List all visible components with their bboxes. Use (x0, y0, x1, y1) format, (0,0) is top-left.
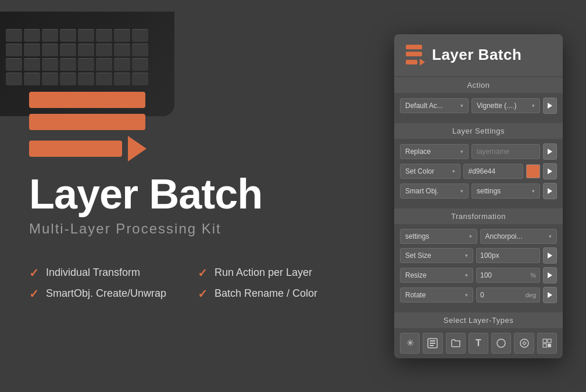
layer-settings-body: Replace ▾ layername Set Color ▾ #d96e44 … (394, 139, 563, 207)
play-icon-resize (548, 272, 552, 278)
svg-rect-7 (548, 339, 551, 343)
logo-bar-1 (29, 92, 145, 108)
svg-point-5 (520, 339, 528, 347)
app-logo-icon (29, 92, 349, 161)
set-size-input[interactable]: 100px (477, 249, 539, 262)
set-color-value: Set Color (405, 167, 434, 175)
section-transformation-header: Transformation (394, 208, 563, 224)
transform-settings-value: settings (405, 232, 429, 240)
rotate-run-button[interactable] (543, 287, 557, 303)
anchor-select[interactable]: Anchorpoi... ▾ (480, 229, 558, 244)
set-color-select[interactable]: Set Color ▾ (400, 164, 460, 179)
replace-caret: ▾ (460, 149, 463, 154)
replace-select[interactable]: Replace ▾ (400, 144, 469, 159)
action-vignette-select[interactable]: Vignette (....) ▾ (471, 98, 540, 113)
color-hex-input[interactable]: #d96e44 (463, 164, 524, 179)
rotate-unit: deg (522, 292, 539, 299)
smart-object-button[interactable] (514, 333, 534, 354)
resize-row: Resize ▾ 100 % (400, 267, 557, 283)
rotate-select[interactable]: Rotate ▾ (400, 287, 473, 303)
set-size-input-wrapper: 100px (476, 248, 540, 263)
set-color-caret: ▾ (452, 168, 455, 174)
action-row: Default Ac... ▾ Vignette (....) ▾ (400, 98, 557, 114)
play-icon-smart (548, 188, 552, 194)
svg-rect-9 (548, 344, 551, 347)
resize-input-wrapper: 100 % (476, 268, 540, 283)
panel-title: Layer Batch (432, 46, 521, 64)
features-list: ✓ Individual Transform ✓ Run Action per … (29, 266, 349, 301)
replace-input[interactable]: layername (471, 144, 540, 159)
svg-rect-8 (543, 344, 546, 347)
rotate-row: Rotate ▾ 0 deg (400, 287, 557, 303)
panel-logo-bar-2 (406, 52, 422, 56)
resize-unit: % (527, 272, 539, 279)
shape-layer-button[interactable] (491, 333, 511, 354)
set-size-select[interactable]: Set Size ▾ (400, 248, 473, 263)
folder-button[interactable] (446, 333, 466, 354)
feature-batch-rename: ✓ Batch Rename / Color (198, 287, 349, 301)
set-size-run-button[interactable] (543, 247, 557, 264)
set-color-run-button[interactable] (543, 163, 557, 179)
section-action-header: Action (394, 77, 563, 93)
rotate-value: Rotate (405, 291, 426, 299)
transform-settings-caret: ▾ (469, 233, 472, 239)
panel-logo-bar-3 (406, 60, 417, 64)
smart-obj-select[interactable]: Smart Obj. ▾ (400, 184, 469, 199)
action-default-select[interactable]: Default Ac... ▾ (400, 98, 469, 113)
svg-rect-1 (430, 340, 435, 341)
check-icon-4: ✓ (198, 287, 208, 301)
replace-row: Replace ▾ layername (400, 143, 557, 160)
logo-bar-3 (29, 141, 122, 157)
rotate-input-wrapper: 0 deg (476, 287, 540, 303)
svg-rect-6 (543, 339, 546, 343)
action-body: Default Ac... ▾ Vignette (....) ▾ (394, 93, 563, 122)
feature-label-4: Batch Rename / Color (215, 287, 317, 300)
play-icon-color (548, 168, 552, 174)
panel-header: Layer Batch (394, 34, 563, 76)
check-icon-1: ✓ (29, 266, 39, 280)
app-title: Layer Batch (29, 173, 349, 215)
feature-label-2: Run Action per Layer (215, 267, 312, 279)
smart-obj-row: Smart Obj. ▾ settings ▾ (400, 183, 557, 199)
group-layer-button[interactable] (423, 333, 442, 354)
check-icon-2: ✓ (198, 266, 208, 280)
left-content: Layer Batch Multi-Layer Processing Kit ✓… (29, 92, 349, 301)
layer-types-row: ✳ T (394, 328, 563, 358)
smart-obj-run-button[interactable] (543, 183, 557, 199)
play-icon-rotate (548, 292, 552, 298)
action-default-value: Default Ac... (405, 102, 443, 110)
feature-individual-transform: ✓ Individual Transform (29, 266, 180, 280)
action-vignette-value: Vignette (....) (477, 102, 516, 110)
pixel-layer-button[interactable] (537, 333, 557, 354)
settings-anchor-row: settings ▾ Anchorpoi... ▾ (400, 229, 557, 244)
action-vignette-caret: ▾ (532, 103, 535, 109)
resize-value: Resize (405, 271, 427, 279)
group-icon (427, 338, 438, 348)
set-color-row: Set Color ▾ #d96e44 (400, 163, 557, 179)
resize-run-button[interactable] (543, 267, 557, 283)
set-size-caret: ▾ (465, 253, 468, 258)
panel-logo-bar-1 (406, 45, 422, 49)
text-layer-button[interactable]: T (469, 333, 488, 354)
resize-input[interactable]: 100 (477, 268, 527, 282)
svg-rect-3 (430, 345, 434, 346)
transform-settings-select[interactable]: settings ▾ (400, 229, 477, 244)
smart-obj-settings-select[interactable]: settings ▾ (471, 184, 540, 199)
all-layers-button[interactable]: ✳ (400, 333, 420, 354)
panel-logo-row (406, 59, 425, 66)
check-icon-3: ✓ (29, 287, 39, 301)
svg-point-4 (497, 339, 505, 347)
rotate-input[interactable]: 0 (477, 288, 522, 302)
color-swatch[interactable] (526, 164, 540, 178)
smart-obj-caret: ▾ (460, 188, 463, 194)
replace-run-button[interactable] (543, 143, 557, 160)
panel-logo-icon (406, 45, 425, 66)
action-run-button[interactable] (543, 98, 557, 114)
transformation-body: settings ▾ Anchorpoi... ▾ Set Size ▾ 100… (394, 224, 563, 311)
resize-select[interactable]: Resize ▾ (400, 268, 473, 283)
svg-rect-2 (430, 343, 435, 344)
anchor-value: Anchorpoi... (485, 232, 523, 240)
anchor-caret: ▾ (549, 233, 552, 239)
section-layer-types-header: Select Layer-Types (394, 312, 563, 328)
app-subtitle: Multi-Layer Processing Kit (29, 221, 349, 237)
